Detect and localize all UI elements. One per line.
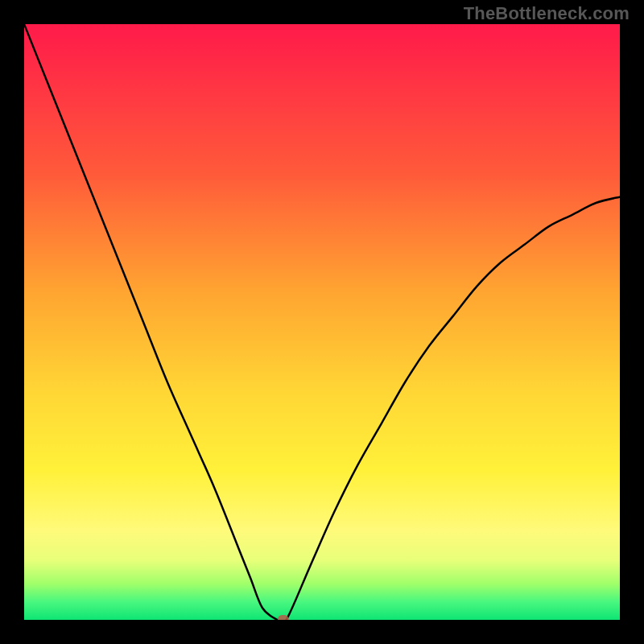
chart-frame: TheBottleneck.com (0, 0, 644, 644)
chart-svg (24, 24, 620, 620)
curve-line (24, 24, 620, 620)
minimum-marker (278, 615, 289, 620)
plot-area (24, 24, 620, 620)
watermark-text: TheBottleneck.com (464, 3, 630, 24)
